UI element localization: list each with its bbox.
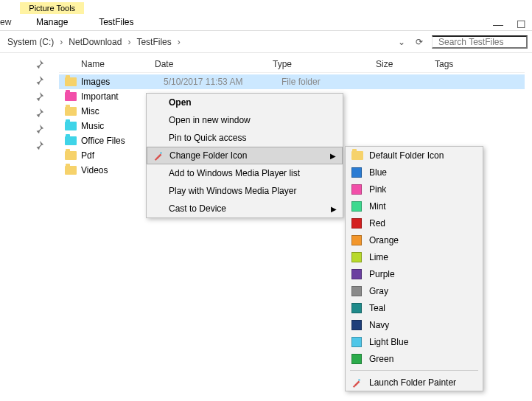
svg-point-0 [160,152,162,154]
crumb-testfiles[interactable]: TestFiles [133,35,174,49]
svg-point-1 [358,379,360,381]
pin-icon[interactable] [34,91,44,102]
maximize-button[interactable]: ☐ [517,18,526,30]
color-swatch [351,337,362,347]
submenu-color-label: Gray [369,286,388,296]
submenu-color-label: Lime [369,252,388,262]
menu-cast-label: Cast to Device [169,203,226,214]
folder-icon [65,151,77,160]
history-dropdown-button[interactable]: ⌄ [395,35,408,49]
file-name-label: Images [81,77,164,87]
menu-cast-to-device[interactable]: Cast to Device ▶ [147,200,343,217]
color-swatch [351,303,362,313]
menu-add-wmp-list[interactable]: Add to Windows Media Player list [147,164,343,182]
chevron-right-icon: ▶ [330,152,336,160]
submenu-color-label: Purple [369,269,395,279]
tab-manage[interactable]: Manage [24,14,80,30]
menu-change-folder-icon-label: Change Folder Icon [169,150,247,161]
pin-icon[interactable] [34,75,44,86]
folder-icon [65,166,77,175]
search-input[interactable] [432,35,528,49]
context-menu: Open Open in new window Pin to Quick acc… [146,93,343,218]
folder-icon [65,107,77,116]
submenu-color-label: Blue [369,167,387,178]
submenu-color-gray[interactable]: Gray [346,282,483,299]
window-title: TestFiles [87,14,145,30]
submenu-launch-painter[interactable]: Launch Folder Painter [346,374,483,391]
ribbon-tabs: ew Picture Tools Manage TestFiles — ☐ [0,0,532,31]
color-swatch [351,286,362,296]
chevron-right-icon: ▶ [331,205,337,213]
color-submenu: Default Folder Icon BluePinkMintRedOrang… [345,146,483,391]
submenu-color-label: Red [369,218,385,229]
menu-open[interactable]: Open [147,94,343,111]
file-date: 5/10/2017 11:53 AM [164,77,281,87]
submenu-color-green[interactable]: Green [346,350,483,367]
pin-icon[interactable] [34,108,44,118]
folder-icon [65,92,77,101]
color-swatch [351,201,362,212]
folder-icon [65,77,77,86]
pin-icon[interactable] [34,124,44,134]
quick-access-pane [0,53,52,401]
file-row[interactable]: Images5/10/2017 11:53 AMFile folder [59,74,525,89]
submenu-color-label: Light Blue [369,337,408,347]
submenu-default-label: Default Folder Icon [369,150,444,161]
submenu-color-pink[interactable]: Pink [346,181,483,198]
brush-icon [153,150,164,161]
menu-play-wmp[interactable]: Play with Windows Media Player [147,182,343,200]
col-header-date[interactable]: Date [155,59,273,69]
pin-icon[interactable] [34,59,44,69]
submenu-color-blue[interactable]: Blue [346,164,483,181]
color-swatch [351,320,362,330]
color-swatch [351,235,362,245]
folder-icon [65,122,77,130]
crumb-netdownload[interactable]: NetDownload [66,35,125,49]
submenu-color-mint[interactable]: Mint [346,198,483,215]
refresh-button[interactable]: ⟳ [413,35,426,49]
submenu-color-navy[interactable]: Navy [346,316,483,333]
submenu-color-orange[interactable]: Orange [346,231,483,248]
minimize-button[interactable]: — [493,18,503,30]
tab-picture-tools[interactable]: Picture Tools [20,2,84,14]
address-bar: System (C:) › NetDownload › TestFiles › … [0,31,532,53]
chevron-right-icon[interactable]: › [127,37,130,47]
submenu-color-red[interactable]: Red [346,215,483,231]
col-header-size[interactable]: Size [376,59,435,69]
color-swatch [351,218,362,229]
color-swatch [351,269,362,279]
breadcrumb: System (C:) › NetDownload › TestFiles › [4,35,389,49]
col-header-type[interactable]: Type [273,59,376,69]
menu-pin-quick-access[interactable]: Pin to Quick access [147,129,343,147]
tab-view-partial[interactable]: ew [0,17,17,30]
menu-open-new-window[interactable]: Open in new window [147,111,343,129]
submenu-color-label: Navy [369,320,389,330]
menu-change-folder-icon[interactable]: Change Folder Icon ▶ [147,147,343,164]
submenu-color-teal[interactable]: Teal [346,299,483,316]
submenu-color-label: Mint [369,201,386,212]
submenu-color-label: Pink [369,184,386,195]
col-header-tags[interactable]: Tags [435,59,525,69]
chevron-right-icon[interactable]: › [60,37,63,47]
file-type: File folder [281,77,385,87]
color-swatch [351,252,362,262]
submenu-default-folder[interactable]: Default Folder Icon [346,147,483,164]
brush-icon [351,377,362,388]
crumb-system[interactable]: System (C:) [4,35,57,49]
color-swatch [351,167,362,178]
submenu-color-label: Teal [369,303,385,313]
folder-icon [65,136,77,145]
submenu-launch-label: Launch Folder Painter [369,377,456,388]
color-swatch [351,354,362,364]
chevron-right-icon[interactable]: › [178,37,181,47]
submenu-color-label: Green [369,354,393,364]
column-headers: Name Date Type Size Tags [59,56,525,73]
submenu-color-light-blue[interactable]: Light Blue [346,333,483,350]
submenu-color-lime[interactable]: Lime [346,248,483,265]
submenu-color-label: Orange [369,235,399,245]
col-header-name[interactable]: Name [59,59,155,69]
folder-icon [351,151,363,160]
submenu-color-purple[interactable]: Purple [346,265,483,282]
divider [350,370,478,371]
pin-icon[interactable] [34,140,44,150]
